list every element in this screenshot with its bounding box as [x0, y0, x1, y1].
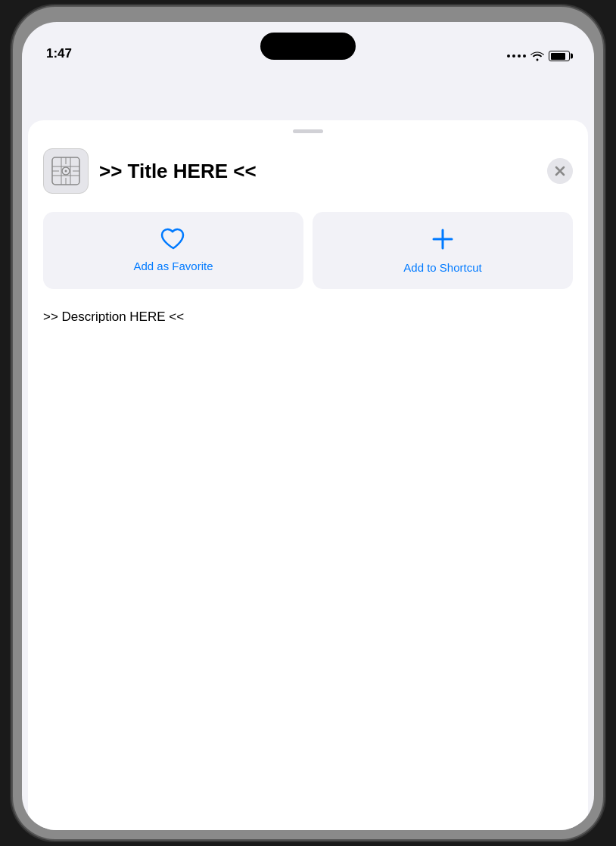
add-favorite-label: Add as Favorite — [133, 260, 213, 272]
close-button[interactable] — [547, 158, 573, 184]
app-icon — [43, 148, 89, 194]
status-icons — [507, 51, 570, 61]
wifi-icon — [530, 51, 544, 61]
action-row: Add as Favorite Add to Shortcut — [43, 212, 573, 289]
sheet-title: >> Title HERE << — [99, 160, 537, 183]
sheet-header: >> Title HERE << — [43, 148, 573, 194]
signal-icon — [507, 54, 526, 58]
app-icon-graphic — [49, 154, 82, 188]
heart-icon — [160, 227, 186, 253]
svg-point-6 — [65, 170, 67, 173]
sheet-handle — [293, 129, 323, 133]
bottom-sheet: >> Title HERE << Add as Favorite — [28, 120, 588, 830]
add-shortcut-button[interactable]: Add to Shortcut — [313, 212, 573, 289]
add-favorite-button[interactable]: Add as Favorite — [43, 212, 303, 289]
close-icon — [554, 165, 566, 177]
dynamic-island — [260, 33, 356, 60]
battery-icon — [549, 51, 570, 61]
phone-frame: 1:47 — [13, 7, 603, 839]
battery-fill — [551, 53, 566, 60]
description-text: >> Description HERE << — [43, 307, 573, 327]
plus-icon — [431, 227, 455, 255]
phone-screen: 1:47 — [22, 22, 594, 830]
add-shortcut-label: Add to Shortcut — [403, 261, 481, 274]
